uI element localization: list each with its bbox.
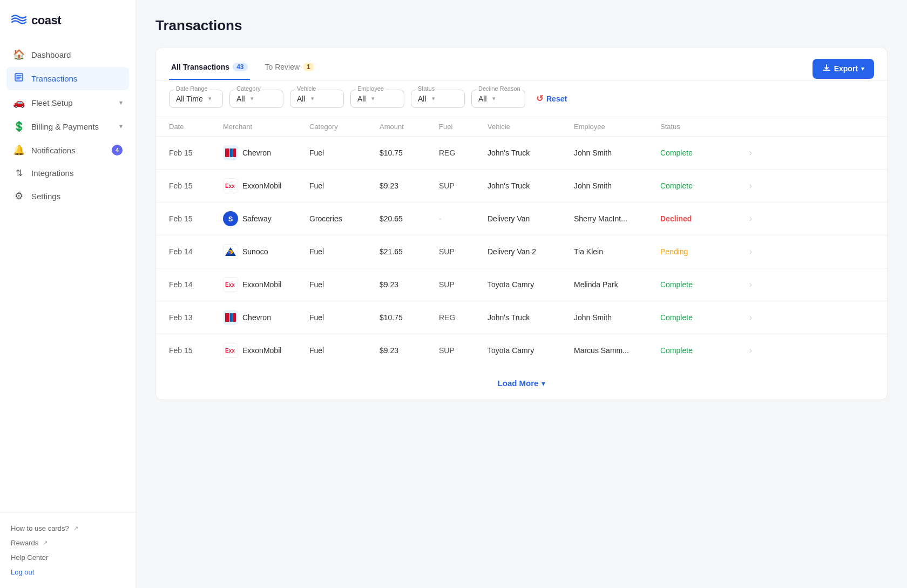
merchant-name-6: ExxonMobil bbox=[242, 346, 281, 355]
cell-date-4: Feb 14 bbox=[169, 280, 223, 289]
export-label: Export bbox=[834, 64, 858, 73]
tab-all-badge: 43 bbox=[233, 63, 247, 71]
filter-category[interactable]: Category All ▾ bbox=[229, 90, 283, 108]
sidebar-item-fleet-label: Fleet Setup bbox=[31, 98, 73, 107]
cell-amount-4: $9.23 bbox=[380, 280, 439, 289]
cell-employee-6: Marcus Samm... bbox=[574, 346, 660, 355]
svg-rect-17 bbox=[225, 313, 229, 322]
cell-employee-1: John Smith bbox=[574, 181, 660, 190]
tab-to-review[interactable]: To Review 1 bbox=[263, 57, 316, 80]
filter-decline-control[interactable]: All ▾ bbox=[471, 90, 525, 108]
filter-vehicle-control[interactable]: All ▾ bbox=[290, 90, 344, 108]
external-link-icon-rewards: ↗ bbox=[43, 539, 48, 546]
col-status: Status bbox=[660, 123, 730, 131]
footer-link-rewards[interactable]: Rewards ↗ bbox=[11, 536, 125, 550]
svg-text:Exx: Exx bbox=[225, 183, 235, 189]
table-row[interactable]: Feb 13 Chevron Fuel $10.75 REG John's Tr… bbox=[156, 301, 887, 334]
cell-employee-3: Tia Klein bbox=[574, 247, 660, 256]
filter-vehicle[interactable]: Vehicle All ▾ bbox=[290, 90, 344, 108]
table-row[interactable]: Feb 15 S Safeway Groceries $20.65 - Deli… bbox=[156, 202, 887, 235]
cell-status-5: Complete bbox=[660, 313, 730, 322]
cell-category-6: Fuel bbox=[309, 346, 380, 355]
cell-merchant-6: Exx ExxonMobil bbox=[223, 343, 309, 358]
col-employee: Employee bbox=[574, 123, 660, 131]
tab-all-label: All Transactions bbox=[171, 63, 229, 71]
sidebar-item-notifications-label: Notifications bbox=[31, 146, 76, 155]
chevron-icon-category: ▾ bbox=[251, 95, 254, 102]
reset-button[interactable]: ↺ Reset bbox=[534, 89, 569, 108]
row-chevron-3: › bbox=[730, 247, 752, 256]
sidebar-item-settings[interactable]: ⚙ Settings bbox=[6, 185, 129, 207]
row-chevron-6: › bbox=[730, 346, 752, 355]
chevron-icon-decline: ▾ bbox=[492, 95, 496, 102]
page-title: Transactions bbox=[155, 17, 888, 34]
filter-date-range-control[interactable]: All Time ▾ bbox=[169, 90, 223, 108]
logout-button[interactable]: Log out bbox=[11, 565, 125, 579]
sidebar-item-billing-label: Billing & Payments bbox=[31, 122, 99, 131]
sidebar-item-billing[interactable]: 💲 Billing & Payments ▾ bbox=[6, 115, 129, 138]
cell-fuel-4: SUP bbox=[439, 280, 488, 289]
svg-rect-7 bbox=[230, 148, 233, 157]
filter-status[interactable]: Status All ▾ bbox=[411, 90, 465, 108]
cell-status-4: Complete bbox=[660, 280, 730, 289]
filter-date-range[interactable]: Date Range All Time ▾ bbox=[169, 90, 223, 108]
merchant-name-3: Sunoco bbox=[242, 247, 268, 256]
logo: coast bbox=[0, 0, 136, 39]
cell-date-3: Feb 14 bbox=[169, 247, 223, 256]
external-link-icon: ↗ bbox=[73, 525, 78, 532]
sidebar-item-notifications[interactable]: 🔔 Notifications 4 bbox=[6, 139, 129, 161]
sidebar-item-integrations-label: Integrations bbox=[31, 168, 73, 178]
filter-category-label: Category bbox=[235, 85, 262, 92]
filter-employee-control[interactable]: All ▾ bbox=[350, 90, 404, 108]
cell-vehicle-1: John's Truck bbox=[488, 181, 574, 190]
svg-text:S: S bbox=[228, 251, 231, 254]
col-category: Category bbox=[309, 123, 380, 131]
filter-vehicle-label: Vehicle bbox=[295, 85, 317, 92]
table-row[interactable]: Feb 15 Exx ExxonMobil Fuel $9.23 SUP Toy… bbox=[156, 334, 887, 367]
export-icon bbox=[822, 64, 831, 74]
load-more-row[interactable]: Load More ▾ bbox=[156, 367, 887, 400]
cell-vehicle-4: Toyota Camry bbox=[488, 280, 574, 289]
cell-status-6: Complete bbox=[660, 346, 730, 355]
table-row[interactable]: Feb 14 Exx ExxonMobil Fuel $9.23 SUP Toy… bbox=[156, 268, 887, 301]
tabs-row: All Transactions 43 To Review 1 Export ▾ bbox=[156, 48, 887, 80]
cell-vehicle-3: Delivery Van 2 bbox=[488, 247, 574, 256]
sidebar-item-dashboard[interactable]: 🏠 Dashboard bbox=[6, 43, 129, 66]
svg-rect-6 bbox=[225, 148, 229, 157]
cell-category-0: Fuel bbox=[309, 148, 380, 157]
footer-link-cards[interactable]: How to use cards? ↗ bbox=[11, 521, 125, 536]
cell-status-0: Complete bbox=[660, 148, 730, 157]
footer-rewards-label: Rewards bbox=[11, 539, 38, 547]
sidebar-item-transactions[interactable]: Transactions bbox=[6, 67, 129, 90]
table-row[interactable]: Feb 14 S Sunoco Fuel $21.65 SUP Delivery… bbox=[156, 235, 887, 268]
table-row[interactable]: Feb 15 Chevron Fuel $10.75 REG John's Tr… bbox=[156, 137, 887, 170]
chevron-icon-vehicle: ▾ bbox=[311, 95, 314, 102]
cell-date-2: Feb 15 bbox=[169, 214, 223, 223]
col-vehicle: Vehicle bbox=[488, 123, 574, 131]
table-row[interactable]: Feb 15 Exx ExxonMobil Fuel $9.23 SUP Joh… bbox=[156, 170, 887, 202]
row-chevron-5: › bbox=[730, 313, 752, 322]
cell-status-3: Pending bbox=[660, 247, 730, 256]
filter-category-control[interactable]: All ▾ bbox=[229, 90, 283, 108]
cell-employee-4: Melinda Park bbox=[574, 280, 660, 289]
filter-date-range-value: All Time bbox=[176, 94, 203, 103]
svg-text:Exx: Exx bbox=[225, 348, 235, 354]
filter-status-control[interactable]: All ▾ bbox=[411, 90, 465, 108]
filter-employee-value: All bbox=[357, 94, 366, 103]
sidebar-item-fleet-setup[interactable]: 🚗 Fleet Setup ▾ bbox=[6, 91, 129, 114]
export-chevron-icon: ▾ bbox=[861, 65, 864, 72]
footer-link-help[interactable]: Help Center bbox=[11, 550, 125, 565]
chevron-icon-employee: ▾ bbox=[371, 95, 375, 102]
filter-employee[interactable]: Employee All ▾ bbox=[350, 90, 404, 108]
sidebar-item-integrations[interactable]: ⇅ Integrations bbox=[6, 163, 129, 184]
tab-all-transactions[interactable]: All Transactions 43 bbox=[169, 57, 250, 80]
filter-decline-reason[interactable]: Decline Reason All ▾ bbox=[471, 90, 525, 108]
cell-date-1: Feb 15 bbox=[169, 181, 223, 190]
sidebar: coast 🏠 Dashboard Transactions 🚗 F bbox=[0, 0, 136, 588]
col-date: Date bbox=[169, 123, 223, 131]
cell-merchant-1: Exx ExxonMobil bbox=[223, 178, 309, 193]
tab-review-badge: 1 bbox=[303, 63, 314, 71]
car-icon: 🚗 bbox=[13, 97, 25, 109]
cell-fuel-3: SUP bbox=[439, 247, 488, 256]
export-button[interactable]: Export ▾ bbox=[813, 59, 874, 79]
